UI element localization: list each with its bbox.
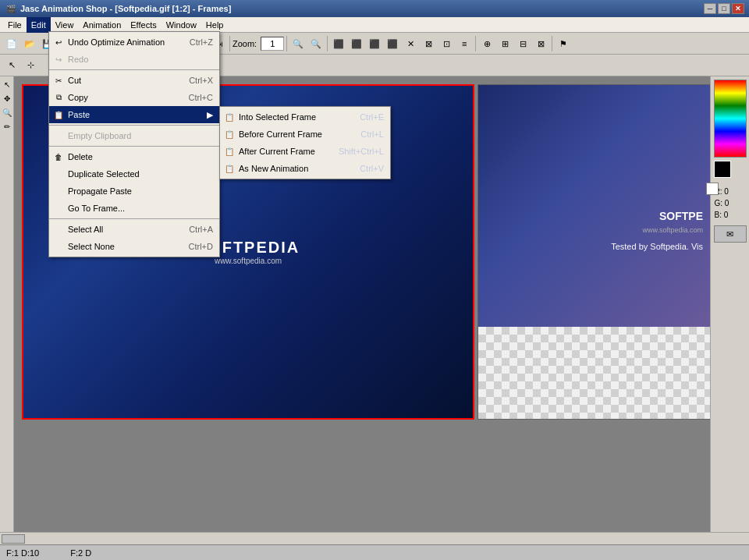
paste-before-icon: 📋 [223, 128, 236, 140]
paste-icon: 📋 [52, 108, 65, 121]
menu-propagate[interactable]: Propagate Paste [49, 183, 219, 200]
tb-extra2[interactable]: ⬛ [348, 35, 365, 52]
tb-extra5[interactable]: ✕ [402, 35, 419, 52]
paste-after-current[interactable]: 📋 After Current Frame Shift+Ctrl+L [220, 143, 390, 160]
tb-zoom-out[interactable]: 🔍 [307, 35, 325, 52]
tb-new[interactable]: 📄 [3, 35, 20, 52]
menu-file[interactable]: File [3, 17, 27, 33]
divider-3 [49, 146, 219, 147]
tb-flag[interactable]: ⚑ [555, 35, 572, 52]
clipboard-icon [52, 129, 65, 142]
window-controls: ─ □ ✕ [704, 3, 744, 14]
close-button[interactable]: ✕ [732, 3, 744, 14]
frame2-subtext: www.softpedia.com [478, 226, 710, 234]
submenu-arrow: ▶ [207, 110, 213, 120]
duplicate-icon [52, 168, 65, 180]
paste-as-new-animation[interactable]: 📋 As New Animation Ctrl+V [220, 160, 390, 177]
menu-copy[interactable]: ⧉ Copy Ctrl+C [49, 89, 219, 106]
zoom-label: Zoom: [233, 39, 257, 48]
menu-edit[interactable]: Edit [27, 17, 51, 33]
paste-selected-icon: 📋 [223, 111, 236, 123]
edit-dropdown: ↩ Undo Optimize Animation Ctrl+Z ↪ Redo … [48, 31, 220, 257]
color-swatches [714, 161, 747, 184]
menu-animation[interactable]: Animation [78, 17, 126, 33]
select-none-icon [52, 240, 65, 253]
tb-open[interactable]: 📂 [21, 35, 38, 52]
menu-view[interactable]: View [51, 17, 79, 33]
zoom-input[interactable] [261, 37, 284, 51]
tb-extra7[interactable]: ⊡ [438, 35, 455, 52]
minimize-button[interactable]: ─ [704, 3, 716, 14]
tb-extra12[interactable]: ⊠ [532, 35, 549, 52]
scroll-thumb[interactable] [2, 534, 25, 544]
background-color[interactable] [706, 183, 719, 195]
envelope-icon[interactable]: ✉ [714, 225, 747, 243]
menu-duplicate[interactable]: Duplicate Selected [49, 165, 219, 183]
title-bar: 🎬 Jasc Animation Shop - [Softpedia.gif [… [0, 0, 749, 17]
menu-undo[interactable]: ↩ Undo Optimize Animation Ctrl+Z [49, 34, 219, 51]
color-picker[interactable] [714, 80, 747, 158]
foreground-color[interactable] [714, 161, 731, 178]
sep5 [327, 36, 328, 51]
tb-extra4[interactable]: ⬛ [384, 35, 401, 52]
paste-into-selected[interactable]: 📋 Into Selected Frame Ctrl+E [220, 108, 390, 126]
paste-after-icon: 📋 [223, 145, 236, 158]
frame-2-top: SOFTPE www.softpedia.com Tested by Softp… [478, 85, 710, 327]
tool-1[interactable]: ↖ [1, 78, 13, 90]
menu-cut[interactable]: ✂ Cut Ctrl+X [49, 72, 219, 89]
paste-new-icon: 📋 [223, 162, 236, 175]
copy-icon: ⧉ [52, 91, 65, 104]
tb-extra3[interactable]: ⬛ [366, 35, 383, 52]
app-icon: 🎬 [5, 2, 17, 15]
tb-extra6[interactable]: ⊠ [420, 35, 437, 52]
tb-extra8[interactable]: ≡ [456, 35, 473, 52]
menu-delete[interactable]: 🗑 Delete [49, 148, 219, 165]
frame-strip: F:1 D:10 F:2 D [0, 544, 749, 560]
redo-icon: ↪ [52, 53, 65, 66]
menu-redo: ↪ Redo [49, 51, 219, 68]
window-title: Jasc Animation Shop - [Softpedia.gif [1:… [20, 4, 704, 13]
tb-extra10[interactable]: ⊞ [496, 35, 513, 52]
tested-text: Tested by Softpedia. Vis [478, 242, 710, 251]
paste-before-current[interactable]: 📋 Before Current Frame Ctrl+L [220, 126, 390, 143]
tool-3[interactable]: 🔍 [1, 106, 13, 119]
paste-submenu: 📋 Into Selected Frame Ctrl+E 📋 Before Cu… [219, 106, 391, 179]
sep7 [552, 36, 552, 51]
menu-effects[interactable]: Effects [126, 17, 161, 33]
tool-select[interactable]: ⊹ [22, 57, 39, 74]
select-all-icon [52, 223, 65, 236]
undo-icon: ↩ [52, 36, 65, 48]
maximize-button[interactable]: □ [718, 3, 730, 14]
menu-bar: File Edit View Animation Effects Window … [0, 17, 749, 33]
menu-window[interactable]: Window [162, 17, 201, 33]
right-panel: R: 0 G: 0 B: 0 ✉ [710, 76, 749, 532]
propagate-icon [52, 185, 65, 197]
frame-2-label: F:2 D [70, 548, 91, 558]
divider-4 [49, 218, 219, 219]
menu-select-all[interactable]: Select All Ctrl+A [49, 221, 219, 238]
delete-icon: 🗑 [52, 151, 65, 163]
sep6 [475, 36, 476, 51]
frame-2: SOFTPE www.softpedia.com Tested by Softp… [477, 84, 710, 420]
tool-2[interactable]: ✥ [1, 92, 13, 105]
cut-icon: ✂ [52, 74, 65, 87]
frame2-text: SOFTPE [478, 85, 710, 226]
rgb-r: R: 0 [715, 187, 746, 196]
menu-paste[interactable]: 📋 Paste ▶ 📋 Into Selected Frame Ctrl+E 📋… [49, 106, 219, 123]
menu-select-none[interactable]: Select None Ctrl+D [49, 238, 219, 255]
left-panel: ↖ ✥ 🔍 ✏ [0, 76, 14, 532]
tb-extra9[interactable]: ⊕ [478, 35, 495, 52]
tool-4[interactable]: ✏ [1, 120, 13, 133]
h-scrollbar[interactable] [0, 532, 749, 544]
rgb-g: G: 0 [715, 199, 746, 207]
tool-arrow[interactable]: ↖ [3, 57, 20, 74]
tb-extra11[interactable]: ⊟ [514, 35, 531, 52]
divider-2 [49, 125, 219, 126]
menu-help[interactable]: Help [201, 17, 229, 33]
tb-zoom-in[interactable]: 🔍 [289, 35, 307, 52]
rgb-b: B: 0 [715, 211, 746, 219]
frame-1-label: F:1 D:10 [6, 548, 39, 558]
menu-goto-frame[interactable]: Go To Frame... [49, 200, 219, 217]
tb-extra1[interactable]: ⬛ [330, 35, 347, 52]
frame-2-bottom [478, 327, 710, 420]
